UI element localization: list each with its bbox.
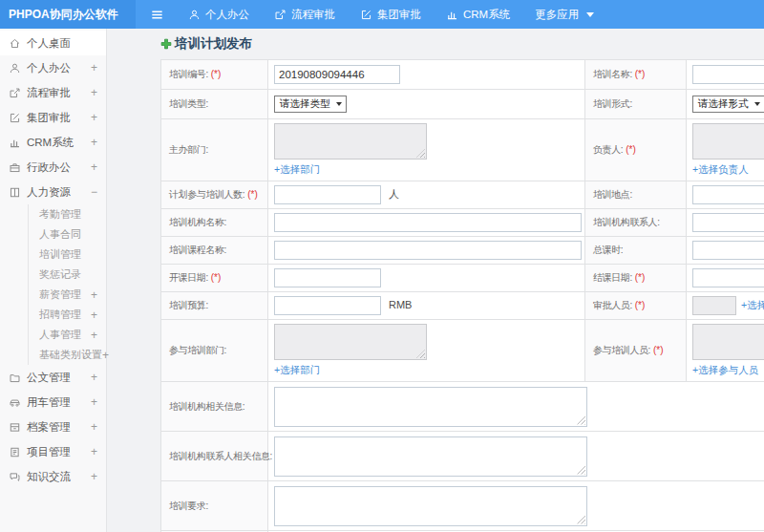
sidebar-item-label: 公文管理 xyxy=(27,371,71,385)
picker-textarea[interactable] xyxy=(274,123,427,160)
topnav-item-label: 更多应用 xyxy=(535,8,579,22)
form-row: 培训机构联系人相关信息: xyxy=(161,432,764,481)
sidebar-item[interactable]: 项目管理+ xyxy=(0,439,106,464)
text-input[interactable] xyxy=(274,296,381,315)
required-marker: (*) xyxy=(211,272,222,283)
required-marker: (*) xyxy=(211,69,222,79)
sidebar-subitem-label: 人事管理 xyxy=(39,328,81,342)
text-input[interactable] xyxy=(274,268,381,287)
label-text: 结课日期: xyxy=(593,272,632,283)
topnav-item[interactable]: 个人办公 xyxy=(176,0,262,29)
sidebar-item[interactable]: 个人办公+ xyxy=(0,55,106,80)
text-input[interactable] xyxy=(274,185,381,204)
sidebar-item[interactable]: 知识交流+ xyxy=(0,464,106,489)
textarea[interactable] xyxy=(274,436,587,477)
sidebar-subitem-label: 培训管理 xyxy=(39,247,81,262)
textarea[interactable] xyxy=(274,387,587,427)
picker-textarea[interactable] xyxy=(692,123,764,160)
expand-icon: + xyxy=(91,395,97,409)
topnav-item[interactable]: 流程审批 xyxy=(262,0,348,29)
select-input[interactable]: 请选择形式 xyxy=(692,96,764,113)
field-cell xyxy=(687,60,764,90)
label-text: 培训名称: xyxy=(593,69,632,79)
sidebar-item[interactable]: 个人桌面 xyxy=(0,31,106,55)
expand-icon: + xyxy=(91,61,97,74)
field-cell xyxy=(268,432,764,481)
flow-icon xyxy=(274,9,286,21)
text-input[interactable] xyxy=(692,185,764,204)
form-row: 培训编号:(*)培训名称:(*) xyxy=(161,60,764,90)
text-input[interactable] xyxy=(692,65,764,84)
sidebar-item[interactable]: 人力资源− xyxy=(0,180,106,204)
sidebar-item[interactable]: 公文管理+ xyxy=(0,365,106,390)
form-row: 计划参与培训人数:(*)人培训地点: xyxy=(161,181,764,209)
sidebar-subitem-label: 招聘管理 xyxy=(39,308,81,322)
text-input[interactable] xyxy=(692,268,764,287)
unit-label: RMB xyxy=(389,299,412,310)
field-cell xyxy=(687,209,764,237)
sidebar-item-label: 流程审批 xyxy=(27,86,71,100)
field-cell xyxy=(687,237,764,265)
form-row: 培训类型:请选择类型培训形式:请选择形式 xyxy=(161,90,764,119)
app-shell: 个人桌面个人办公+流程审批+集团审批+CRM系统+行政办公+人力资源−考勤管理人… xyxy=(0,29,764,532)
picker-link[interactable]: +选择审批人员 xyxy=(741,299,764,310)
picker-textarea[interactable] xyxy=(274,324,427,360)
user-icon xyxy=(188,9,201,21)
text-input[interactable] xyxy=(692,241,764,260)
car-icon xyxy=(9,396,21,409)
sidebar-item[interactable]: CRM系统+ xyxy=(0,130,106,155)
picker-link[interactable]: +选择负责人 xyxy=(692,163,749,177)
sidebar-subitem[interactable]: 培训管理 xyxy=(29,245,106,265)
textarea[interactable] xyxy=(274,486,587,526)
text-input[interactable] xyxy=(274,65,400,84)
field-label: 培训机构联系人: xyxy=(585,209,687,237)
sidebar-item[interactable]: 行政办公+ xyxy=(0,155,106,180)
picker-textarea[interactable] xyxy=(692,324,764,360)
briefcase-icon xyxy=(9,161,21,174)
topnav-item-label: 流程审批 xyxy=(291,8,335,22)
topnav-item-label: CRM系统 xyxy=(463,8,510,22)
sidebar-subitem[interactable]: 考勤管理 xyxy=(29,204,106,224)
picker-link[interactable]: +选择参与人员 xyxy=(692,364,758,377)
topnav-item[interactable]: 集团审批 xyxy=(348,0,434,29)
sidebar-item-label: 行政办公 xyxy=(27,160,71,175)
readonly-input[interactable] xyxy=(692,296,736,315)
label-text: 计划参与培训人数: xyxy=(169,189,244,200)
field-label: 计划参与培训人数:(*) xyxy=(161,181,268,209)
sidebar-item[interactable]: 集团审批+ xyxy=(0,105,106,130)
select-value: 请选择类型 xyxy=(280,97,330,111)
sidebar-subitem[interactable]: 奖惩记录 xyxy=(29,265,106,285)
sidebar-subitem[interactable]: 基础类别设置+ xyxy=(29,345,106,365)
field-label: 审批人员:(*) xyxy=(585,292,687,320)
picker-link[interactable]: +选择部门 xyxy=(274,163,320,177)
label-text: 培训预算: xyxy=(169,300,208,310)
picker-link[interactable]: +选择部门 xyxy=(274,364,320,377)
menu-button[interactable] xyxy=(136,0,176,29)
sidebar-subitem[interactable]: 薪资管理+ xyxy=(29,285,106,305)
sidebar-item-label: 项目管理 xyxy=(27,445,71,459)
expand-icon: + xyxy=(91,309,97,322)
field-label: 培训类型: xyxy=(161,90,268,119)
topnav-item[interactable]: CRM系统 xyxy=(434,0,522,29)
sidebar-item-label: 个人桌面 xyxy=(27,36,71,51)
select-input[interactable]: 请选择类型 xyxy=(274,96,347,113)
sidebar-subitem[interactable]: 招聘管理+ xyxy=(29,305,106,325)
form-row: 培训课程名称:总课时: xyxy=(161,237,764,265)
app-logo: PHPOA协同办公软件 xyxy=(0,0,136,29)
sidebar-item[interactable]: 用车管理+ xyxy=(0,390,106,415)
text-input[interactable] xyxy=(692,213,764,232)
text-input[interactable] xyxy=(274,213,582,232)
field-cell: +选择审批人员 xyxy=(687,292,764,320)
sidebar-item[interactable]: 档案管理+ xyxy=(0,415,106,439)
sidebar-subitem[interactable]: 人事管理+ xyxy=(29,325,106,345)
topnav-item[interactable]: 更多应用 xyxy=(522,0,606,29)
sidebar-subitem[interactable]: 人事合同 xyxy=(29,224,106,245)
select-value: 请选择形式 xyxy=(698,97,749,111)
text-input[interactable] xyxy=(274,241,582,260)
field-cell xyxy=(268,209,585,237)
required-marker: (*) xyxy=(626,144,636,155)
sidebar-item[interactable]: 流程审批+ xyxy=(0,80,106,105)
label-text: 培训机构相关信息: xyxy=(169,401,244,412)
label-text: 培训形式: xyxy=(593,98,632,109)
label-text: 培训机构联系人: xyxy=(593,217,660,227)
